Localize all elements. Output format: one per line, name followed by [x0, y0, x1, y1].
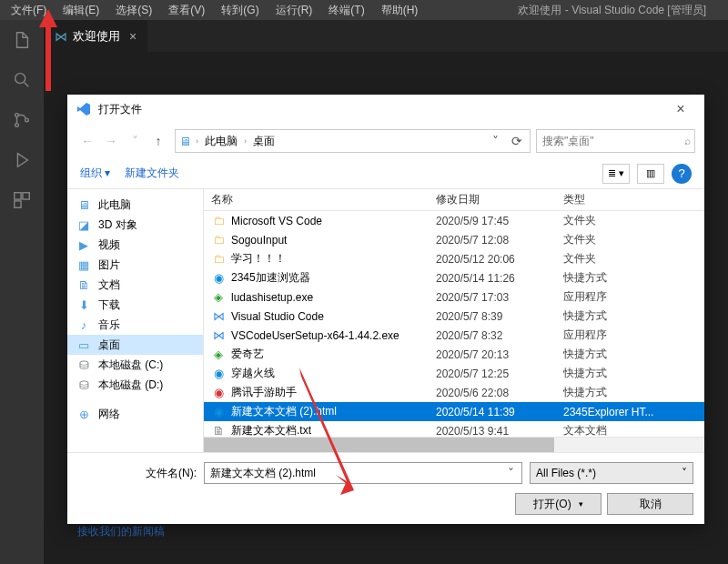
menu-help[interactable]: 帮助(H) [374, 1, 426, 20]
col-date[interactable]: 修改日期 [436, 192, 563, 207]
activity-search-icon[interactable] [11, 69, 33, 91]
file-row[interactable]: 🗀Microsoft VS Code2020/5/9 17:45文件夹 [204, 211, 704, 230]
svg-point-1 [15, 114, 19, 117]
filename-combobox[interactable]: ˅ [204, 462, 522, 484]
col-name[interactable]: 名称 [204, 192, 436, 207]
activity-extensions-icon[interactable] [11, 189, 33, 211]
sidebar-item[interactable]: ⬇下载 [67, 295, 203, 315]
tab-bar: ⋈ 欢迎使用 × [44, 20, 728, 52]
dialog-title-text: 打开文件 [98, 102, 659, 117]
sidebar-item[interactable]: 🗎文档 [67, 275, 203, 295]
sidebar-item[interactable]: ▭桌面 [67, 335, 203, 355]
search-box[interactable]: ⌕ [536, 129, 695, 153]
file-row[interactable]: 🗎新建文本文档.txt2020/5/13 9:41文本文档 [204, 421, 704, 437]
dialog-titlebar: 打开文件 × [67, 95, 704, 124]
activity-debug-icon[interactable] [11, 149, 33, 171]
path-dropdown-button[interactable]: ˅ [484, 130, 506, 152]
menu-select[interactable]: 选择(S) [108, 1, 159, 20]
svg-rect-5 [23, 193, 29, 199]
new-folder-button[interactable]: 新建文件夹 [125, 166, 179, 181]
file-list: 名称 修改日期 类型 🗀Microsoft VS Code2020/5/9 17… [204, 189, 704, 452]
file-row[interactable]: ⋈VSCodeUserSetup-x64-1.44.2.exe2020/5/7 … [204, 326, 704, 345]
menu-file[interactable]: 文件(F) [4, 1, 54, 20]
column-headers: 名称 修改日期 类型 [204, 189, 704, 211]
path-refresh-button[interactable]: ⟳ [506, 130, 528, 152]
tab-welcome[interactable]: ⋈ 欢迎使用 × [44, 20, 147, 52]
file-row[interactable]: ◈爱奇艺2020/5/7 20:13快捷方式 [204, 345, 704, 364]
view-mode-button[interactable]: ≣ ▾ [602, 164, 630, 184]
sidebar-item[interactable]: 🖥此电脑 [67, 195, 203, 215]
search-input[interactable] [542, 135, 679, 147]
file-row[interactable]: ⋈Visual Studio Code2020/5/7 8:39快捷方式 [204, 307, 704, 326]
path-breadcrumb[interactable]: 🖥 › 此电脑 › 桌面 ˅ ⟳ [175, 129, 531, 153]
open-file-dialog: 打开文件 × ← → ˅ ↑ 🖥 › 此电脑 › 桌面 ˅ ⟳ ⌕ 组织 ▾ [67, 95, 704, 524]
menu-view[interactable]: 查看(V) [161, 1, 212, 20]
search-icon[interactable]: ⌕ [684, 135, 691, 147]
sidebar: 🖥此电脑◪3D 对象▶视频▦图片🗎文档⬇下载♪音乐▭桌面⛁本地磁盘 (C:)⛁本… [67, 189, 204, 452]
file-row[interactable]: 🗀SogouInput2020/5/7 12:08文件夹 [204, 230, 704, 249]
file-row[interactable]: 🗀学习！！！2020/5/12 20:06文件夹 [204, 249, 704, 268]
nav-up-button[interactable]: ↑ [147, 130, 169, 152]
activity-git-icon[interactable] [11, 109, 33, 131]
filter-value: All Files (*.*) [536, 467, 596, 479]
sidebar-item[interactable]: ▶视频 [67, 235, 203, 255]
col-type[interactable]: 类型 [563, 192, 704, 207]
filename-label: 文件名(N): [78, 466, 197, 481]
svg-point-3 [25, 118, 29, 122]
sidebar-item[interactable]: ◪3D 对象 [67, 215, 203, 235]
sidebar-item[interactable]: ⛁本地磁盘 (D:) [67, 375, 203, 395]
open-button[interactable]: 打开(O)▾ [515, 493, 602, 515]
cancel-button[interactable]: 取消 [607, 493, 693, 515]
vscode-menubar: 文件(F) 编辑(E) 选择(S) 查看(V) 转到(G) 运行(R) 终端(T… [0, 0, 728, 20]
tab-label: 欢迎使用 [73, 28, 120, 45]
menu-terminal[interactable]: 终端(T) [321, 1, 371, 20]
filter-dropdown[interactable]: All Files (*.*) ˅ [530, 462, 693, 484]
sidebar-item[interactable]: ⛁本地磁盘 (C:) [67, 355, 203, 375]
file-row[interactable]: ◉新建文本文档 (2).html2020/5/14 11:392345Explo… [204, 402, 704, 421]
sidebar-item[interactable]: ▦图片 [67, 255, 203, 275]
bg-newsletter-link[interactable]: 接收我们的新闻稿 [77, 524, 165, 539]
path-root[interactable]: 此电脑 [202, 134, 240, 149]
svg-point-2 [15, 124, 19, 127]
nav-back-button[interactable]: ← [76, 130, 98, 152]
activity-files-icon[interactable] [11, 29, 33, 51]
path-current[interactable]: 桌面 [250, 134, 278, 149]
menu-goto[interactable]: 转到(G) [214, 1, 266, 20]
window-title: 欢迎使用 - Visual Studio Code [管理员] [518, 3, 706, 18]
menu-run[interactable]: 运行(R) [268, 1, 320, 20]
sidebar-item[interactable]: ♪音乐 [67, 315, 203, 335]
chevron-down-icon: ˅ [682, 467, 687, 479]
dialog-close-button[interactable]: × [666, 95, 695, 124]
vscode-logo-icon [76, 102, 91, 116]
help-button[interactable]: ? [672, 164, 692, 184]
tab-close-icon[interactable]: × [129, 29, 136, 44]
chevron-right-icon: › [196, 136, 198, 146]
svg-point-0 [15, 74, 25, 84]
file-row[interactable]: ◈ludashisetup.exe2020/5/7 17:03应用程序 [204, 287, 704, 307]
file-row[interactable]: ◉2345加速浏览器2020/5/14 11:26快捷方式 [204, 268, 704, 287]
file-row[interactable]: ◉穿越火线2020/5/7 12:25快捷方式 [204, 364, 704, 383]
nav-recent-button[interactable]: ˅ [124, 130, 146, 152]
svg-rect-4 [15, 193, 21, 199]
dialog-footer: 文件名(N): ˅ All Files (*.*) ˅ 打开(O)▾ 取消 [67, 452, 704, 524]
svg-rect-6 [15, 201, 21, 207]
filename-input[interactable] [205, 467, 500, 479]
preview-pane-button[interactable]: ▥ [637, 164, 664, 184]
file-rows: 🗀Microsoft VS Code2020/5/9 17:45文件夹🗀Sogo… [204, 211, 704, 437]
chevron-right-icon: › [244, 136, 247, 146]
activity-bar [0, 20, 44, 564]
vscode-icon: ⋈ [55, 29, 67, 44]
nav-forward-button[interactable]: → [100, 130, 122, 152]
file-row[interactable]: ◉腾讯手游助手2020/5/6 22:08快捷方式 [204, 383, 704, 402]
menu-edit[interactable]: 编辑(E) [56, 1, 106, 20]
filename-dropdown-button[interactable]: ˅ [500, 462, 521, 484]
horizontal-scrollbar[interactable] [204, 437, 704, 452]
toolbar: 组织 ▾ 新建文件夹 ≣ ▾ ▥ ? [67, 158, 704, 189]
sidebar-item[interactable]: ⊕网络 [67, 404, 203, 424]
dialog-nav: ← → ˅ ↑ 🖥 › 此电脑 › 桌面 ˅ ⟳ ⌕ [67, 124, 704, 158]
organize-button[interactable]: 组织 ▾ [80, 166, 110, 181]
pc-icon: 🖥 [177, 134, 192, 148]
